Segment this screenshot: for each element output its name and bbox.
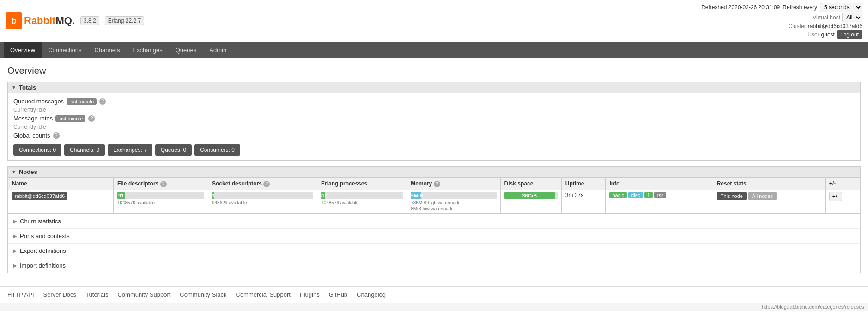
- queued-help-icon[interactable]: ?: [99, 98, 106, 105]
- refresh-select[interactable]: 5 seconds 10 seconds 30 seconds 60 secon…: [820, 3, 862, 12]
- global-counts-row: Global counts ?: [13, 132, 855, 139]
- memory-container: 85MiB 735MiB high watermark 8MiB low wat…: [411, 192, 496, 211]
- nav-item-queues[interactable]: Queues: [169, 42, 203, 58]
- file-desc-avail: 1048576 available: [117, 200, 204, 205]
- nodes-section-header[interactable]: ▼ Nodes: [7, 166, 861, 178]
- queued-messages-row: Queued messages last minute ?: [13, 98, 855, 105]
- socket-desc-cell: 0 943629 available: [208, 190, 317, 213]
- cluster-label: Cluster: [789, 23, 806, 30]
- churn-label: Churn statistics: [20, 218, 61, 225]
- all-nodes-button[interactable]: All nodes: [748, 192, 777, 200]
- ports-section: ▶ Ports and contexts: [8, 228, 860, 243]
- global-counts-label: Global counts: [13, 132, 50, 139]
- status-text: https://blog.rabbitmq.com/categories/rel…: [762, 304, 864, 310]
- disk-fill: 36GiB: [504, 192, 555, 199]
- export-label: Export definitions: [20, 247, 66, 254]
- totals-label: Totals: [19, 84, 36, 91]
- logout-button[interactable]: Log out: [837, 30, 862, 39]
- footer-link-community-support[interactable]: Community Support: [117, 291, 170, 298]
- plus-minus-cell: +/-: [825, 190, 860, 213]
- socket-desc-help[interactable]: ?: [263, 181, 270, 187]
- file-desc-bar: 91: [117, 192, 204, 199]
- footer-link-changelog[interactable]: Changelog: [357, 291, 386, 298]
- col-plus-minus: +/-: [825, 178, 860, 190]
- col-file-desc: File descriptors ?: [113, 178, 208, 190]
- vhost-row: Virtual host All: [813, 13, 862, 22]
- connections-btn[interactable]: Connections: 0: [13, 144, 61, 156]
- col-erlang-proc: Erlang processes: [317, 178, 407, 190]
- ports-arrow-icon: ▶: [13, 233, 17, 239]
- channels-btn[interactable]: Channels: 0: [64, 144, 105, 156]
- message-rates-help-icon[interactable]: ?: [88, 115, 95, 122]
- socket-desc-container: 0 943629 available: [212, 192, 313, 205]
- info-badges: basic disc 1 rss: [609, 192, 709, 198]
- badge-rss: rss: [654, 192, 667, 198]
- file-desc-help[interactable]: ?: [160, 181, 167, 187]
- churn-header[interactable]: ▶ Churn statistics: [8, 214, 860, 228]
- nav-item-admin[interactable]: Admin: [203, 42, 233, 58]
- nav-item-exchanges[interactable]: Exchanges: [126, 42, 169, 58]
- erlang-proc-cell: 418 1048576 available: [317, 190, 407, 213]
- memory-help[interactable]: ?: [434, 181, 440, 187]
- consumers-btn[interactable]: Consumers: 0: [194, 144, 240, 156]
- node-name-value: rabbit@dd6cd037afd6: [12, 192, 67, 200]
- col-memory: Memory ?: [407, 178, 500, 190]
- user-value: guest: [821, 31, 835, 38]
- logo-area: b RabbitMQ. 3.8.2 Erlang 22.2.7: [6, 12, 144, 29]
- import-label: Import definitions: [20, 262, 66, 269]
- col-reset: Reset stats: [713, 178, 825, 190]
- export-arrow-icon: ▶: [13, 248, 17, 253]
- disk-container: 36GiB: [504, 192, 558, 199]
- nodes-section-body: Name File descriptors ? Socket descripto…: [7, 178, 861, 273]
- message-rates-status: Currently idle: [13, 124, 855, 130]
- queues-btn[interactable]: Queues: 0: [155, 144, 192, 156]
- ports-label: Ports and contexts: [20, 233, 70, 239]
- import-header[interactable]: ▶ Import definitions: [8, 258, 860, 273]
- page-title: Overview: [7, 66, 861, 76]
- badge-one: 1: [644, 192, 653, 198]
- nodes-table-header: Name File descriptors ? Socket descripto…: [8, 178, 860, 190]
- nav-item-overview[interactable]: Overview: [4, 42, 42, 58]
- version-badge: 3.8.2: [80, 16, 99, 25]
- disk-bar: 36GiB: [504, 192, 558, 199]
- vhost-label: Virtual host: [813, 14, 840, 21]
- vhost-select[interactable]: All: [842, 13, 862, 22]
- file-desc-cell: 91 1048576 available: [113, 190, 208, 213]
- col-info: Info: [606, 178, 713, 190]
- footer-link-commercial-support[interactable]: Commercial Support: [236, 291, 291, 298]
- node-name-cell: rabbit@dd6cd037afd6: [8, 190, 114, 213]
- main-content: Overview ▼ Totals Queued messages last m…: [0, 58, 868, 286]
- queued-label: Queued messages: [13, 98, 64, 105]
- footer-link-github[interactable]: GitHub: [329, 291, 347, 298]
- footer-link-tutorials[interactable]: Tutorials: [85, 291, 108, 298]
- nav-item-connections[interactable]: Connections: [42, 42, 88, 58]
- totals-section-body: Queued messages last minute ? Currently …: [7, 93, 861, 161]
- import-section: ▶ Import definitions: [8, 258, 860, 273]
- ports-header[interactable]: ▶ Ports and contexts: [8, 228, 860, 243]
- message-rates-label: Message rates: [13, 115, 53, 122]
- erlang-proc-avail: 1048576 available: [321, 200, 403, 205]
- churn-section: ▶ Churn statistics: [8, 214, 860, 228]
- plus-minus-button[interactable]: +/-: [829, 192, 842, 201]
- footer-link-http-api[interactable]: HTTP API: [7, 291, 34, 298]
- memory-fill: 85MiB: [411, 192, 420, 199]
- footer-link-plugins[interactable]: Plugins: [300, 291, 320, 298]
- nodes-label: Nodes: [19, 168, 37, 175]
- this-node-button[interactable]: This node: [717, 192, 747, 200]
- file-desc-fill: 91: [117, 192, 125, 199]
- refresh-row: Refreshed 2020-02-26 20:31:09 Refresh ev…: [701, 3, 862, 12]
- global-counts-help-icon[interactable]: ?: [53, 132, 60, 139]
- footer-link-server-docs[interactable]: Server Docs: [43, 291, 77, 298]
- status-bar: https://blog.rabbitmq.com/categories/rel…: [0, 303, 868, 311]
- col-name: Name: [8, 178, 114, 190]
- export-section: ▶ Export definitions: [8, 243, 860, 258]
- nav-item-channels[interactable]: Channels: [88, 42, 126, 58]
- table-row: rabbit@dd6cd037afd6 91 1048576 available: [8, 190, 860, 213]
- socket-desc-avail: 943629 available: [212, 200, 313, 205]
- footer-link-community-slack[interactable]: Community Slack: [180, 291, 226, 298]
- refreshed-label: Refreshed 2020-02-26 20:31:09: [701, 4, 780, 11]
- exchanges-btn[interactable]: Exchanges: 7: [108, 144, 152, 156]
- export-header[interactable]: ▶ Export definitions: [8, 243, 860, 258]
- totals-section-header[interactable]: ▼ Totals: [7, 82, 861, 93]
- memory-cell: 85MiB 735MiB high watermark 8MiB low wat…: [407, 190, 500, 213]
